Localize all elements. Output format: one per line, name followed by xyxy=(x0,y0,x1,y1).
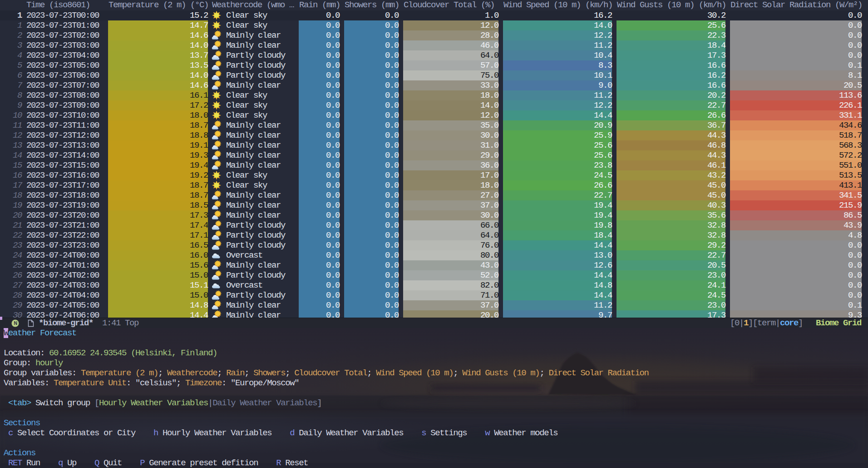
svg-text:N: N xyxy=(14,320,17,326)
